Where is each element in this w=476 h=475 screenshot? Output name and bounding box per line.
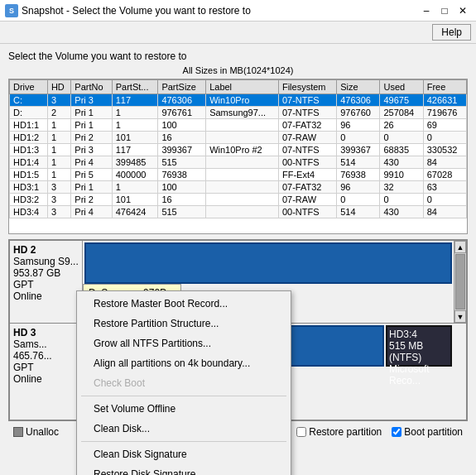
main-area: Select the Volume you want to restore to… [0, 44, 476, 448]
table-cell: 3 [47, 181, 70, 194]
table-row[interactable]: D:2Pri 11976761Samsung97...07-NTFS976760… [10, 107, 467, 119]
table-cell: Pri 3 [71, 144, 112, 156]
hd3-status: Online [13, 373, 79, 385]
table-cell: 26 [380, 119, 423, 132]
col-drive: Drive [10, 80, 48, 94]
table-cell [206, 119, 279, 132]
table-cell: HD1:1 [10, 119, 48, 132]
table-row[interactable]: HD1:11Pri 1110007-FAT32962669 [10, 119, 467, 132]
table-cell: 0 [380, 194, 423, 206]
table-cell: 514 [337, 206, 380, 218]
menu-item-clean-disk-signature[interactable]: Clean Disk Signature [77, 444, 291, 464]
table-row[interactable]: HD3:23Pri 21011607-RAW000 [10, 194, 467, 206]
table-cell: 400000 [112, 169, 158, 181]
table-cell: 1 [112, 181, 158, 194]
table-cell: D: [10, 107, 48, 119]
table-cell: 515 [158, 156, 206, 169]
table-cell: 976761 [158, 107, 206, 119]
table-cell: 330532 [423, 144, 466, 156]
table-cell: HD3:4 [10, 206, 48, 218]
scrollbar-vertical[interactable]: ▲ ▼ [454, 241, 466, 323]
menu-item-restore-disk-signature[interactable]: Restore Disk Signature [77, 464, 291, 475]
menu-item-restore-master-boot-record[interactable]: Restore Master Boot Record... [77, 294, 291, 314]
table-cell: 100 [158, 119, 206, 132]
boot-partition-checkbox[interactable] [392, 427, 401, 437]
col-used: Used [380, 80, 423, 94]
table-cell: HD3:1 [10, 181, 48, 194]
hd3-size: 465.76... [13, 350, 79, 362]
table-cell: 07-NTFS [278, 94, 336, 107]
table-cell: 515 [158, 206, 206, 218]
menu-item-restore-partition-structure[interactable]: Restore Partition Structure... [77, 314, 291, 333]
menu-item-set-volume-offline[interactable]: Set Volume Offline [77, 399, 291, 419]
table-cell: 3 [47, 206, 70, 218]
table-cell: Pri 2 [71, 194, 112, 206]
disk-area: HD 2 Samsung S9... 953.87 GB GPT Online … [8, 239, 468, 421]
restore-partition-checkbox[interactable] [296, 427, 306, 437]
hd3-sidebar: HD 3 Sams... 465.76... GPT Online [10, 324, 83, 406]
table-body[interactable]: C:3Pri 3117476306Win10Pro07-NTFS47630649… [10, 94, 467, 218]
table-row[interactable]: HD3:13Pri 1110007-FAT32963263 [10, 181, 467, 194]
table-row[interactable]: HD1:31Pri 3117399367Win10Pro #207-NTFS39… [10, 144, 467, 156]
table-cell: 1 [47, 119, 70, 132]
help-button[interactable]: Help [432, 24, 471, 41]
restore-partition-label: Restore partition [309, 426, 382, 438]
close-button[interactable]: ✕ [454, 3, 471, 18]
table-row[interactable]: C:3Pri 3117476306Win10Pro07-NTFS47630649… [10, 94, 467, 107]
col-partst: PartSt... [112, 80, 158, 94]
table-cell: HD1:5 [10, 169, 48, 181]
hd2-partition-main[interactable] [84, 242, 452, 284]
table-cell: 476306 [158, 94, 206, 107]
col-partno: PartNo [71, 80, 112, 94]
table-cell: 430 [380, 206, 423, 218]
menu-item-align-all-partitions-on-4k-boundary[interactable]: Align all partitions on 4k boundary... [77, 353, 291, 373]
menu-item-check-boot: Check Boot [77, 373, 291, 393]
context-menu: Restore Master Boot Record...Restore Par… [76, 290, 291, 475]
boot-partition-checkbox-item: Boot partition [392, 426, 463, 438]
table-cell [206, 132, 279, 144]
table-cell: 07-FAT32 [278, 119, 336, 132]
unalloc-legend-box [13, 427, 23, 437]
table-row[interactable]: HD1:21Pri 21011607-RAW000 [10, 132, 467, 144]
table-cell: FF-Ext4 [278, 169, 336, 181]
hd2-model: Samsung S9... [13, 256, 79, 267]
size-note: All Sizes in MB(1024*1024) [8, 65, 468, 75]
table-cell: HD3:2 [10, 194, 48, 206]
maximize-button[interactable]: □ [436, 3, 453, 18]
table-cell: Pri 4 [71, 156, 112, 169]
scroll-thumb[interactable] [455, 254, 465, 309]
table-cell: 430 [380, 156, 423, 169]
table-cell: 1 [112, 119, 158, 132]
scroll-down-arrow[interactable]: ▼ [454, 310, 466, 323]
table-cell: 1 [47, 144, 70, 156]
table-cell: 16 [158, 132, 206, 144]
menu-item-grow-all-ntfs-partitions[interactable]: Grow all NTFS Partitions... [77, 333, 291, 353]
table-cell: 68835 [380, 144, 423, 156]
table-cell: 00-NTFS [278, 206, 336, 218]
scrollbar-placeholder [454, 324, 466, 406]
table-row[interactable]: HD1:41Pri 439948551500-NTFS51443084 [10, 156, 467, 169]
instruction-text: Select the Volume you want to restore to [8, 50, 468, 62]
hd3-part4[interactable]: HD3:4 515 MB (NTFS) Microsoft Reco... [386, 325, 452, 367]
menu-item-clean-disk[interactable]: Clean Disk... [77, 419, 291, 439]
table-cell: Samsung97... [206, 107, 279, 119]
hd3-part4-label: HD3:4 [389, 329, 449, 340]
table-cell: 399367 [337, 144, 380, 156]
table-cell: 1 [47, 169, 70, 181]
table-cell: 76938 [158, 169, 206, 181]
hd2-size: 953.87 GB [13, 267, 79, 279]
table-cell: 07-NTFS [278, 107, 336, 119]
table-cell: Pri 1 [71, 107, 112, 119]
title-bar-buttons: – □ ✕ [418, 3, 471, 18]
table-row[interactable]: HD1:51Pri 540000076938FF-Ext476938991067… [10, 169, 467, 181]
table-cell: 0 [337, 194, 380, 206]
table-header-row: Drive HD PartNo PartSt... PartSize Label… [10, 80, 467, 94]
scroll-up-arrow[interactable]: ▲ [454, 241, 466, 253]
minimize-button[interactable]: – [418, 3, 435, 18]
window-title: Snapshot - Select the Volume you want to… [22, 5, 251, 17]
unalloc-label: Unalloc [26, 426, 59, 438]
help-bar: Help [0, 22, 476, 44]
title-bar-left: S Snapshot - Select the Volume you want … [5, 4, 251, 17]
table-row[interactable]: HD3:43Pri 447642451500-NTFS51443084 [10, 206, 467, 218]
hd2-type: GPT [13, 279, 79, 290]
